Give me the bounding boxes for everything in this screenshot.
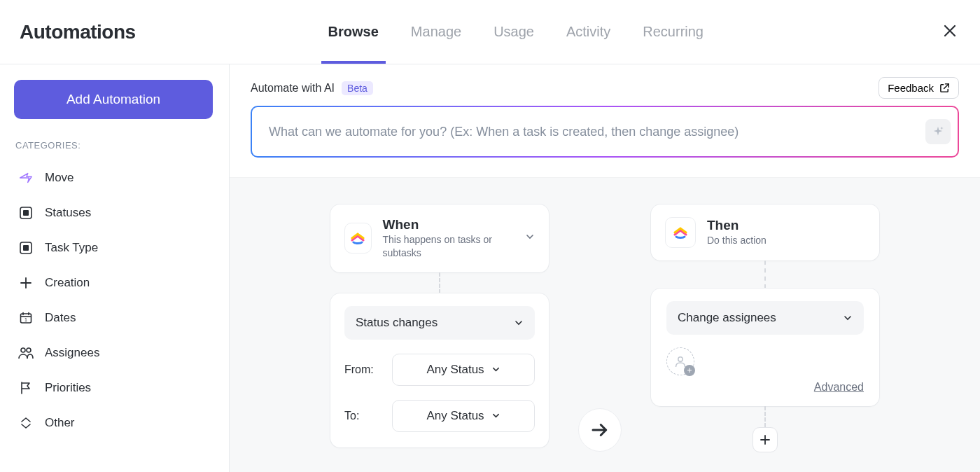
sidebar-item-move[interactable]: Move: [14, 160, 215, 195]
sidebar-item-label: Priorities: [45, 381, 91, 395]
task-type-icon: [18, 240, 34, 256]
from-value: Any Status: [426, 363, 484, 377]
svg-rect-3: [23, 245, 29, 251]
advanced-link[interactable]: Advanced: [666, 381, 864, 394]
add-assignee-button[interactable]: +: [666, 347, 694, 375]
sidebar: Add Automation CATEGORIES: Move Statuses…: [0, 64, 230, 472]
svg-text:1: 1: [24, 317, 27, 322]
connector: [764, 261, 766, 289]
other-icon: [18, 415, 34, 431]
action-select-label: Change assignees: [678, 311, 776, 325]
move-icon: [18, 170, 34, 186]
tab-browse[interactable]: Browse: [328, 0, 379, 64]
beta-badge: Beta: [342, 81, 373, 95]
then-title: Then: [707, 218, 766, 233]
sidebar-item-label: Other: [45, 416, 75, 430]
assignees-icon: [18, 345, 34, 361]
when-header-card[interactable]: When This happens on tasks or subtasks: [330, 204, 549, 272]
plus-icon: +: [684, 365, 695, 376]
from-status-select[interactable]: Any Status: [392, 354, 535, 386]
trigger-select[interactable]: Status changes: [344, 306, 535, 340]
page-title: Automations: [20, 21, 136, 43]
sidebar-item-priorities[interactable]: Priorities: [14, 370, 215, 405]
sidebar-item-label: Move: [45, 171, 74, 185]
header: Automations Browse Manage Usage Activity…: [0, 0, 980, 64]
flow-arrow: [578, 408, 622, 452]
close-icon: [944, 25, 956, 37]
ai-input-wrap: [251, 106, 959, 158]
main: Automate with AI Beta Feedback: [230, 64, 980, 472]
close-button[interactable]: [939, 19, 960, 46]
svg-point-8: [678, 357, 682, 361]
chevron-down-icon: [843, 313, 853, 323]
ai-prompt-input[interactable]: [267, 124, 925, 140]
sidebar-item-other[interactable]: Other: [14, 405, 215, 440]
dates-icon: 1: [18, 310, 34, 326]
chevron-down-icon: [514, 318, 524, 328]
chevron-down-icon: [491, 365, 500, 374]
sparkle-icon: [932, 125, 944, 138]
add-action-button[interactable]: [752, 427, 778, 452]
sidebar-item-assignees[interactable]: Assignees: [14, 335, 215, 370]
tab-activity[interactable]: Activity: [566, 0, 610, 64]
tab-manage[interactable]: Manage: [411, 0, 461, 64]
when-column: When This happens on tasks or subtasks S…: [330, 204, 549, 447]
then-header-card[interactable]: Then Do this action: [651, 204, 879, 261]
arrow-right-icon: [589, 419, 610, 440]
statuses-icon: [18, 205, 34, 221]
chevron-down-icon: [491, 411, 500, 420]
svg-rect-1: [23, 210, 29, 216]
creation-icon: [18, 275, 34, 291]
sidebar-item-label: Statuses: [45, 206, 91, 220]
categories-label: CATEGORIES:: [15, 140, 215, 151]
clickup-logo-icon: [665, 217, 696, 248]
sidebar-item-task-type[interactable]: Task Type: [14, 230, 215, 265]
then-config-card: Change assignees + Advanced: [651, 289, 879, 406]
to-label: To:: [344, 410, 379, 422]
feedback-label: Feedback: [888, 82, 934, 94]
svg-point-7: [27, 348, 31, 352]
to-value: Any Status: [426, 409, 484, 423]
svg-point-6: [21, 348, 25, 352]
tab-usage[interactable]: Usage: [493, 0, 534, 64]
ai-label-text: Automate with AI: [251, 82, 335, 95]
plus-icon: [760, 434, 771, 445]
sidebar-item-label: Task Type: [45, 241, 98, 255]
feedback-button[interactable]: Feedback: [878, 77, 959, 99]
when-subtitle: This happens on tasks or subtasks: [383, 233, 514, 260]
connector: [764, 406, 766, 427]
ai-bar: Automate with AI Beta Feedback: [230, 64, 980, 178]
external-link-icon: [939, 83, 950, 93]
from-label: From:: [344, 363, 379, 376]
ai-generate-button[interactable]: [925, 119, 951, 144]
canvas: When This happens on tasks or subtasks S…: [230, 178, 980, 472]
when-title: When: [383, 217, 514, 232]
sidebar-item-label: Creation: [45, 276, 90, 290]
sidebar-item-creation[interactable]: Creation: [14, 265, 215, 300]
sidebar-item-statuses[interactable]: Statuses: [14, 195, 215, 230]
trigger-select-label: Status changes: [356, 316, 438, 330]
sidebar-item-label: Assignees: [45, 346, 99, 360]
when-config-card: Status changes From: Any Status To:: [330, 293, 549, 447]
chevron-down-icon: [525, 232, 535, 244]
add-automation-button[interactable]: Add Automation: [14, 80, 213, 119]
then-subtitle: Do this action: [707, 234, 766, 247]
sidebar-item-dates[interactable]: 1 Dates: [14, 300, 215, 335]
tabs: Browse Manage Usage Activity Recurring: [328, 0, 704, 64]
then-column: Then Do this action Change assignees +: [651, 204, 879, 452]
tab-recurring[interactable]: Recurring: [643, 0, 704, 64]
to-status-select[interactable]: Any Status: [392, 400, 535, 432]
action-select[interactable]: Change assignees: [666, 301, 864, 335]
sidebar-item-label: Dates: [45, 311, 76, 325]
connector: [439, 272, 440, 293]
clickup-logo-icon: [344, 223, 372, 254]
ai-label: Automate with AI Beta: [251, 81, 373, 95]
priorities-icon: [18, 380, 34, 396]
